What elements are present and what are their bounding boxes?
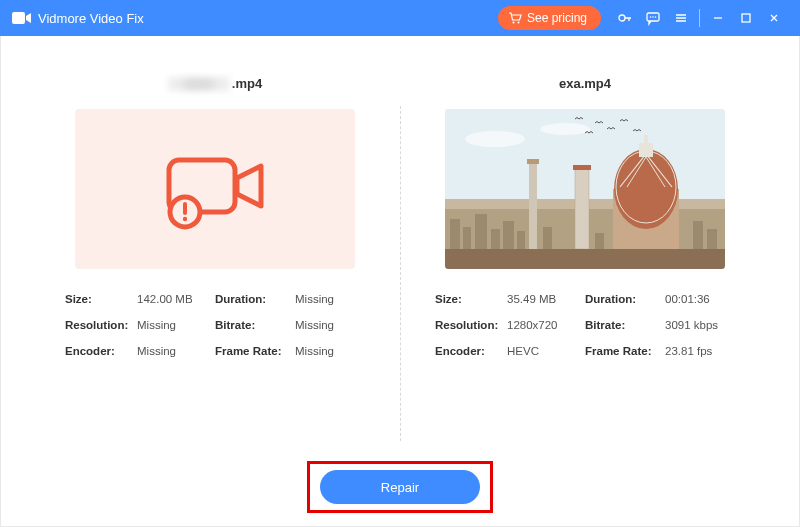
menu-icon[interactable] xyxy=(667,0,695,36)
prop-label: Encoder: xyxy=(65,345,137,357)
prop-label: Frame Rate: xyxy=(585,345,665,357)
sample-filename: exa.mp4 xyxy=(559,76,611,91)
repair-highlight-box: Repair xyxy=(307,461,493,513)
prop-value: Missing xyxy=(295,293,365,305)
broken-thumbnail xyxy=(75,109,355,269)
compare-row: .mp4 Size: 142.00 MB Duration: Missin xyxy=(30,66,770,451)
svg-rect-37 xyxy=(527,159,539,164)
prop-label: Resolution: xyxy=(435,319,507,331)
prop-label: Duration: xyxy=(215,293,295,305)
vertical-divider xyxy=(400,106,401,441)
svg-rect-31 xyxy=(644,135,648,143)
see-pricing-label: See pricing xyxy=(527,11,587,25)
prop-label: Resolution: xyxy=(65,319,137,331)
repair-button[interactable]: Repair xyxy=(320,470,480,504)
prop-value: 3091 kbps xyxy=(665,319,735,331)
close-button[interactable] xyxy=(760,0,788,36)
prop-value: 142.00 MB xyxy=(137,293,215,305)
prop-label: Frame Rate: xyxy=(215,345,295,357)
key-icon[interactable] xyxy=(611,0,639,36)
blurred-filename-mask xyxy=(168,77,230,91)
svg-point-7 xyxy=(655,16,657,18)
svg-rect-33 xyxy=(575,169,589,249)
svg-point-14 xyxy=(465,131,525,147)
prop-value: HEVC xyxy=(507,345,585,357)
svg-point-29 xyxy=(614,149,678,229)
svg-rect-8 xyxy=(742,14,750,22)
sample-thumbnail xyxy=(445,109,725,269)
prop-label: Bitrate: xyxy=(585,319,665,331)
app-logo-icon xyxy=(12,10,32,26)
prop-value: Missing xyxy=(295,319,365,331)
maximize-button[interactable] xyxy=(732,0,760,36)
svg-rect-36 xyxy=(529,163,537,253)
titlebar: Vidmore Video Fix See pricing xyxy=(0,0,800,36)
svg-point-12 xyxy=(183,217,187,221)
prop-value: Missing xyxy=(295,345,365,357)
prop-label: Duration: xyxy=(585,293,665,305)
prop-value: Missing xyxy=(137,345,215,357)
content-area: .mp4 Size: 142.00 MB Duration: Missin xyxy=(0,36,800,527)
sample-props: Size: 35.49 MB Duration: 00:01:36 Resolu… xyxy=(435,293,735,357)
feedback-icon[interactable] xyxy=(639,0,667,36)
app-window: Vidmore Video Fix See pricing xyxy=(0,0,800,527)
minimize-button[interactable] xyxy=(704,0,732,36)
broken-filename: .mp4 xyxy=(168,76,262,91)
svg-point-2 xyxy=(517,22,519,24)
prop-value: Missing xyxy=(137,319,215,331)
see-pricing-button[interactable]: See pricing xyxy=(498,6,601,30)
footer: Repair xyxy=(30,451,770,513)
broken-filename-suffix: .mp4 xyxy=(232,76,262,91)
broken-video-column: .mp4 Size: 142.00 MB Duration: Missin xyxy=(30,66,400,451)
svg-point-5 xyxy=(650,16,652,18)
cityscape-placeholder-icon xyxy=(445,109,725,269)
svg-rect-0 xyxy=(12,12,25,24)
titlebar-separator xyxy=(699,9,700,27)
prop-label: Bitrate: xyxy=(215,319,295,331)
svg-point-6 xyxy=(652,16,654,18)
broken-video-icon xyxy=(155,144,275,234)
svg-rect-38 xyxy=(445,249,725,269)
svg-point-3 xyxy=(619,15,625,21)
svg-rect-35 xyxy=(573,165,591,170)
app-title: Vidmore Video Fix xyxy=(38,11,144,26)
prop-label: Size: xyxy=(65,293,137,305)
sample-video-column: exa.mp4 xyxy=(400,66,770,451)
prop-label: Encoder: xyxy=(435,345,507,357)
prop-value: 1280x720 xyxy=(507,319,585,331)
svg-point-15 xyxy=(540,123,590,135)
prop-value: 23.81 fps xyxy=(665,345,735,357)
prop-value: 35.49 MB xyxy=(507,293,585,305)
prop-value: 00:01:36 xyxy=(665,293,735,305)
cart-icon xyxy=(508,12,522,24)
prop-label: Size: xyxy=(435,293,507,305)
broken-props: Size: 142.00 MB Duration: Missing Resolu… xyxy=(65,293,365,357)
svg-point-1 xyxy=(512,22,514,24)
